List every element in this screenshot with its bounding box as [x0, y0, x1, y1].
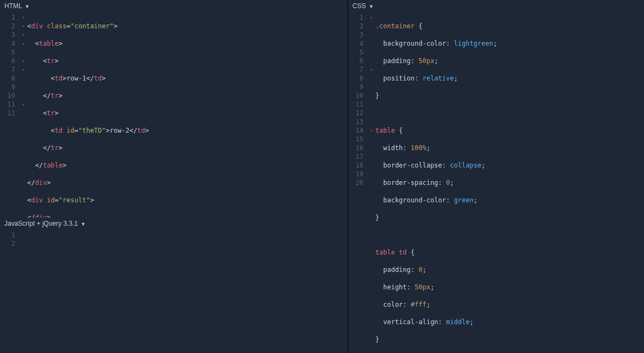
chevron-down-icon: ▼	[81, 221, 85, 227]
js-pane-label: JavaScript + jQuery 3.3.1	[4, 220, 78, 227]
css-fold-column: ▾▾▾	[369, 11, 374, 353]
js-editor-pane: JavaScript + jQuery 3.3.1 ▼ 12 JavaScrip…	[0, 218, 348, 353]
css-editor[interactable]: 1234567891011121314151617181920 ▾▾▾ .con…	[348, 11, 644, 353]
html-pane-label: HTML	[4, 2, 22, 10]
html-editor[interactable]: 123456789101112 ▾▾▾▾▾▾▾ <div class="cont…	[0, 11, 348, 239]
html-pane-header[interactable]: HTML ▼	[0, 0, 348, 11]
html-editor-pane: HTML ▼ 123456789101112 ▾▾▾▾▾▾▾ <div clas…	[0, 0, 348, 218]
css-pane-header[interactable]: CSS ▼	[348, 0, 644, 11]
chevron-down-icon: ▼	[25, 4, 30, 9]
js-pane-header[interactable]: JavaScript + jQuery 3.3.1 ▼	[0, 218, 348, 228]
js-editor[interactable]: 12	[0, 228, 348, 257]
chevron-down-icon: ▼	[369, 4, 374, 9]
js-gutter: 12	[0, 228, 21, 257]
css-pane-label: CSS	[352, 2, 366, 10]
css-code[interactable]: .container { background-color: lightgree…	[374, 11, 497, 353]
css-editor-pane: CSS ▼ 1234567891011121314151617181920 ▾▾…	[348, 0, 644, 218]
html-fold-column: ▾▾▾▾▾▾▾	[21, 11, 26, 239]
html-gutter: 123456789101112	[0, 11, 21, 239]
css-gutter: 1234567891011121314151617181920	[348, 11, 369, 353]
html-code[interactable]: <div class="container"> <table> <tr> <td…	[26, 11, 149, 239]
